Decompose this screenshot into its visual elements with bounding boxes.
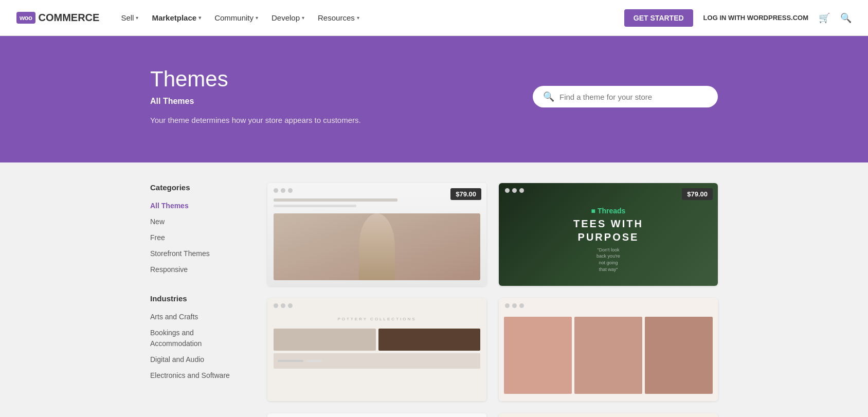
nav-links: Sell ▾ Marketplace ▾ Community ▾ Develop… (116, 9, 624, 26)
resources-chevron-icon: ▾ (357, 15, 359, 21)
navbar: woo COMMERCE Sell ▾ Marketplace ▾ Commun… (0, 0, 868, 36)
login-link[interactable]: LOG IN WITH WORDPRESS.COM (703, 14, 808, 22)
logo[interactable]: woo COMMERCE (16, 12, 99, 24)
dot-red (274, 188, 278, 193)
hero-search-area: 🔍 (533, 86, 718, 107)
hero-title: Themes (150, 67, 361, 92)
hero-subtitle: All Themes (150, 97, 361, 106)
theme-preview-threads: $79.00 ■ Threads TEES WITHPURPOSE "Don't… (499, 183, 718, 286)
logo-box: woo (16, 12, 35, 24)
cart-icon[interactable]: 🛒 (819, 12, 830, 24)
dot-yellow (281, 188, 285, 193)
dot-red-4 (505, 303, 510, 308)
price-badge-threads: $79.00 (682, 188, 713, 200)
sidebar-item-digital[interactable]: Digital and Audio (150, 352, 243, 368)
theme-card-threads[interactable]: $79.00 ■ Threads TEES WITHPURPOSE "Don't… (499, 183, 718, 286)
theme-grid: $79.00 $79.00 ■ T (267, 183, 718, 417)
develop-chevron-icon: ▾ (302, 15, 304, 21)
industries-group: Industries Arts and Crafts Bookings and … (150, 294, 243, 384)
sidebar-item-free[interactable]: Free (150, 230, 243, 246)
dot-green-4 (519, 303, 524, 308)
sidebar-item-arts-crafts[interactable]: Arts and Crafts (150, 309, 243, 325)
nav-marketplace[interactable]: Marketplace ▾ (147, 9, 206, 26)
theme-preview-pottery: POTTERY COLLECTIONS (267, 298, 486, 401)
search-icon: 🔍 (543, 91, 554, 102)
sidebar-item-electronics[interactable]: Electronics and Software (150, 368, 243, 384)
dot-green-2 (519, 188, 524, 193)
hero-description: Your theme determines how your store app… (150, 114, 361, 126)
dot-green (288, 188, 293, 193)
sidebar-item-responsive[interactable]: Responsive (150, 262, 243, 278)
nav-sell[interactable]: Sell ▾ (116, 9, 143, 26)
nav-resources[interactable]: Resources ▾ (313, 9, 365, 26)
search-icon[interactable]: 🔍 (840, 12, 852, 24)
dot-red-3 (274, 303, 278, 308)
dot-red-2 (505, 188, 510, 193)
get-started-button[interactable]: GET STARTED (624, 9, 693, 27)
theme-card-artisan[interactable]: $79.00 (267, 183, 486, 286)
theme-preview-artisan: $79.00 (267, 183, 486, 286)
browser-dots (274, 188, 293, 193)
theme-card-bistro[interactable]: $39.00 Bistro Shop Bakery Bar Restaurant… (499, 413, 718, 417)
dot-yellow-4 (512, 303, 517, 308)
browser-dots-2 (505, 188, 524, 193)
theme-preview-bistro: $39.00 Bistro Shop Bakery Bar Restaurant… (499, 413, 718, 417)
search-input[interactable] (559, 93, 708, 101)
theme-card-blockshop[interactable]: $59.00 BLOCK SHOP The Shop Clothing Shoe… (267, 413, 486, 417)
nav-community[interactable]: Community ▾ (209, 9, 263, 26)
industries-title: Industries (150, 294, 243, 303)
theme-card-fashion[interactable] (499, 298, 718, 401)
sidebar: Categories All Themes New Free Storefron… (150, 183, 243, 417)
browser-dots-3 (274, 303, 293, 308)
sidebar-item-all-themes[interactable]: All Themes (150, 198, 243, 214)
marketplace-chevron-icon: ▾ (198, 15, 201, 21)
dot-green-3 (288, 303, 293, 308)
theme-preview-blockshop: $59.00 BLOCK SHOP The Shop Clothing Shoe… (267, 413, 486, 417)
nav-develop[interactable]: Develop ▾ (266, 9, 310, 26)
sidebar-item-new[interactable]: New (150, 214, 243, 230)
dot-yellow-2 (512, 188, 517, 193)
hero-text: Themes All Themes Your theme determines … (150, 67, 361, 126)
hero-section: Themes All Themes Your theme determines … (0, 36, 868, 162)
price-badge-artisan: $79.00 (450, 188, 481, 200)
theme-card-pottery[interactable]: POTTERY COLLECTIONS (267, 298, 486, 401)
sell-chevron-icon: ▾ (136, 15, 138, 21)
nav-right: GET STARTED LOG IN WITH WORDPRESS.COM 🛒 … (624, 9, 852, 27)
browser-dots-4 (505, 303, 524, 308)
dot-yellow-3 (281, 303, 285, 308)
sidebar-item-bookings[interactable]: Bookings and Accommodation (150, 325, 243, 352)
main-content: Categories All Themes New Free Storefron… (125, 162, 743, 417)
categories-title: Categories (150, 183, 243, 192)
community-chevron-icon: ▾ (256, 15, 258, 21)
theme-preview-fashion (499, 298, 718, 401)
categories-group: Categories All Themes New Free Storefron… (150, 183, 243, 278)
search-wrapper: 🔍 (533, 86, 718, 107)
sidebar-item-storefront[interactable]: Storefront Themes (150, 246, 243, 262)
logo-text: COMMERCE (39, 12, 100, 24)
